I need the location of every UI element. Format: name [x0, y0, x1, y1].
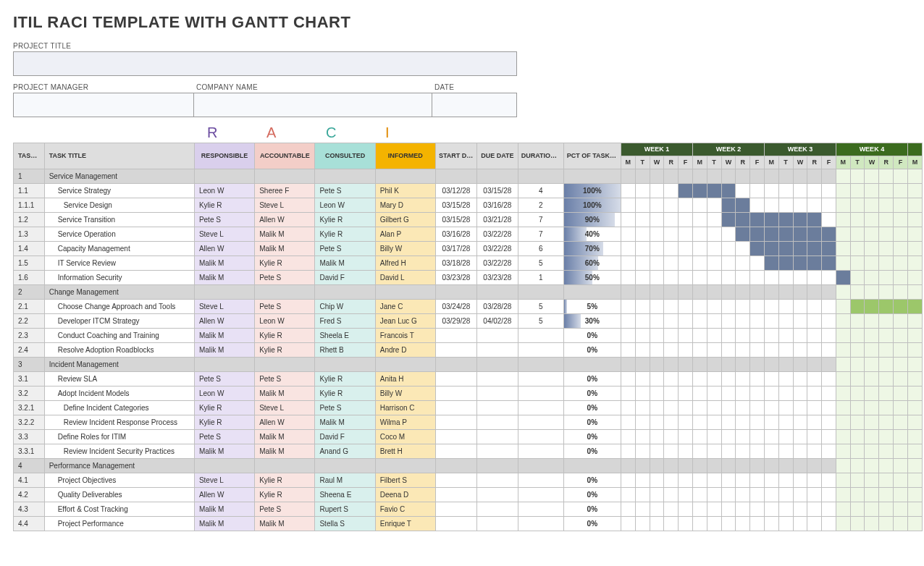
gantt-cell [807, 329, 822, 343]
gantt-cell [707, 285, 721, 300]
gantt-cell [865, 401, 879, 415]
gantt-cell [679, 213, 693, 227]
cell-id: 2.4 [14, 343, 45, 358]
cell-informed [375, 358, 435, 372]
gantt-cell [664, 401, 679, 415]
gantt-cell [836, 415, 850, 430]
cell-start-date [436, 372, 477, 387]
hdr-task-id: TASK ID [14, 143, 45, 169]
gantt-cell [836, 242, 850, 256]
gantt-cell [793, 227, 807, 242]
gantt-cell [778, 358, 793, 372]
cell-informed: Favio C [375, 502, 435, 517]
gantt-cell [721, 488, 736, 502]
gantt-cell [635, 502, 650, 517]
gantt-cell [778, 430, 793, 444]
cell-title: Adopt Incident Models [44, 387, 194, 401]
gantt-cell [707, 430, 721, 444]
gantt-cell [679, 198, 693, 213]
gantt-cell [822, 488, 836, 502]
gantt-cell [692, 401, 707, 415]
cell-title: Quality Deliverables [44, 488, 194, 502]
gantt-cell [736, 415, 750, 430]
gantt-cell [635, 184, 650, 198]
gantt-cell [879, 459, 894, 473]
gantt-cell [750, 256, 765, 271]
cell-accountable: Allen W [255, 415, 315, 430]
cell-pct: 0% [563, 517, 621, 531]
cell-duration [518, 415, 563, 430]
gantt-cell [778, 329, 793, 343]
gantt-cell [650, 517, 664, 531]
gantt-cell [865, 343, 879, 358]
gantt-cell [679, 488, 693, 502]
gantt-cell [664, 444, 679, 459]
gantt-cell [721, 285, 736, 300]
cell-duration [518, 358, 563, 372]
gantt-cell [736, 401, 750, 415]
cell-informed: Deena D [375, 488, 435, 502]
gantt-cell [750, 401, 765, 415]
cell-title: Review Incident Security Practices [44, 444, 194, 459]
gantt-cell [650, 198, 664, 213]
gantt-cell [879, 444, 894, 459]
gantt-cell [664, 184, 679, 198]
gantt-cell [721, 415, 736, 430]
gantt-cell [635, 271, 650, 285]
cell-title: Choose Change Approach and Tools [44, 300, 194, 314]
cell-id: 1.3 [14, 227, 45, 242]
cell-responsible: Malik M [194, 502, 254, 517]
cell-duration [518, 517, 563, 531]
gantt-cell [692, 256, 707, 271]
gantt-cell [707, 169, 721, 184]
hdr-informed: INFORMED [375, 143, 435, 169]
date-input[interactable] [432, 93, 517, 117]
cell-id: 3.3.1 [14, 444, 45, 459]
cell-due-date: 03/22/28 [476, 227, 518, 242]
gantt-cell [707, 314, 721, 329]
gantt-cell [621, 227, 635, 242]
gantt-cell [807, 198, 822, 213]
cell-title: Information Security [44, 271, 194, 285]
cell-id: 1.1 [14, 184, 45, 198]
company-name-input[interactable] [193, 93, 432, 117]
date-label: DATE [434, 83, 517, 91]
project-manager-input[interactable] [13, 93, 194, 117]
gantt-cell [793, 387, 807, 401]
gantt-cell [707, 256, 721, 271]
gantt-cell [707, 459, 721, 473]
gantt-cell [793, 271, 807, 285]
gantt-cell [894, 169, 908, 184]
gantt-cell [721, 242, 736, 256]
gantt-cell [865, 358, 879, 372]
cell-pct: 100% [563, 198, 621, 213]
gantt-cell [664, 415, 679, 430]
gantt-cell [764, 401, 778, 415]
project-title-input[interactable] [13, 51, 517, 76]
gantt-cell [894, 227, 908, 242]
gantt-cell [707, 401, 721, 415]
gantt-cell [764, 517, 778, 531]
gantt-cell [692, 169, 707, 184]
gantt-cell [793, 372, 807, 387]
gantt-cell [621, 401, 635, 415]
cell-pct: 0% [563, 372, 621, 387]
gantt-cell [879, 285, 894, 300]
table-row: 3.1Review SLAPete SPete SKylie RAnita H0… [14, 372, 923, 387]
cell-accountable: Leon W [255, 314, 315, 329]
cell-accountable: Steve L [255, 401, 315, 415]
gantt-cell [807, 213, 822, 227]
gantt-cell [707, 473, 721, 488]
hdr-day: T [635, 156, 650, 169]
cell-duration: 4 [518, 184, 563, 198]
cell-accountable: Pete S [255, 300, 315, 314]
cell-start-date: 03/15/28 [436, 198, 477, 213]
gantt-cell [664, 430, 679, 444]
gantt-cell [679, 285, 693, 300]
gantt-cell [736, 300, 750, 314]
gantt-cell [736, 372, 750, 387]
gantt-cell [894, 314, 908, 329]
hdr-responsible: RESPONSIBLE [194, 143, 254, 169]
gantt-cell [865, 473, 879, 488]
gantt-cell [778, 256, 793, 271]
